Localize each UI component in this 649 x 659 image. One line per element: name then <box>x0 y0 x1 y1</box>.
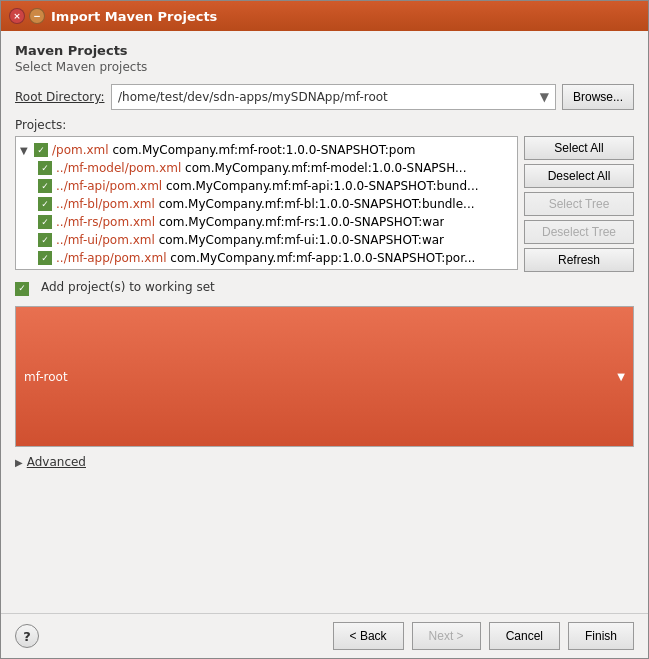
close-button[interactable]: × <box>9 8 25 24</box>
advanced-arrow-icon: ▶ <box>15 457 23 468</box>
select-all-button[interactable]: Select All <box>524 136 634 160</box>
list-item[interactable]: ▼ /pom.xml com.MyCompany.mf:mf-root:1.0.… <box>16 141 517 159</box>
next-button[interactable]: Next > <box>412 622 481 650</box>
list-item[interactable]: ../mf-app/pom.xml com.MyCompany.mf:mf-ap… <box>16 249 517 267</box>
item-checkbox[interactable] <box>38 197 52 211</box>
browse-button[interactable]: Browse... <box>562 84 634 110</box>
root-dir-row: Root Directory: /home/test/dev/sdn-apps/… <box>15 84 634 110</box>
deselect-all-button[interactable]: Deselect All <box>524 164 634 188</box>
item-checkbox[interactable] <box>38 233 52 247</box>
item-checkbox[interactable] <box>38 161 52 175</box>
dialog-title: Import Maven Projects <box>51 9 640 24</box>
item-label: ../mf-model/pom.xml com.MyCompany.mf:mf-… <box>56 161 466 175</box>
section-subtitle: Select Maven projects <box>15 60 634 74</box>
window-controls: × − <box>9 8 45 24</box>
advanced-row[interactable]: ▶ Advanced <box>15 455 634 469</box>
help-button[interactable]: ? <box>15 624 39 648</box>
content-spacer <box>15 479 634 613</box>
item-checkbox[interactable] <box>38 179 52 193</box>
working-set-checkbox[interactable] <box>15 282 29 296</box>
root-dir-label: Root Directory: <box>15 90 105 104</box>
item-label: ../mf-bl/pom.xml com.MyCompany.mf:mf-bl:… <box>56 197 475 211</box>
list-item[interactable]: ../mf-rs/pom.xml com.MyCompany.mf:mf-rs:… <box>16 213 517 231</box>
working-set-arrow-icon: ▼ <box>617 371 625 382</box>
title-bar: × − Import Maven Projects <box>1 1 648 31</box>
select-tree-button[interactable]: Select Tree <box>524 192 634 216</box>
section-title: Maven Projects <box>15 43 634 58</box>
item-label: ../mf-ui/pom.xml com.MyCompany.mf:mf-ui:… <box>56 233 444 247</box>
deselect-tree-button[interactable]: Deselect Tree <box>524 220 634 244</box>
working-set-value: mf-root <box>24 370 68 384</box>
item-checkbox[interactable] <box>34 143 48 157</box>
advanced-label: Advanced <box>27 455 86 469</box>
item-label: ../mf-api/pom.xml com.MyCompany.mf:mf-ap… <box>56 179 479 193</box>
item-checkbox[interactable] <box>38 251 52 265</box>
back-button[interactable]: < Back <box>333 622 404 650</box>
list-item[interactable]: ../mf-model/pom.xml com.MyCompany.mf:mf-… <box>16 159 517 177</box>
working-set-row: Add project(s) to working set <box>15 280 634 298</box>
projects-main: ▼ /pom.xml com.MyCompany.mf:mf-root:1.0.… <box>15 136 634 270</box>
list-item[interactable]: ../mf-api/pom.xml com.MyCompany.mf:mf-ap… <box>16 177 517 195</box>
finish-button[interactable]: Finish <box>568 622 634 650</box>
refresh-button[interactable]: Refresh <box>524 248 634 272</box>
import-maven-dialog: × − Import Maven Projects Maven Projects… <box>0 0 649 659</box>
projects-label: Projects: <box>15 118 634 132</box>
item-label: ../mf-app/pom.xml com.MyCompany.mf:mf-ap… <box>56 251 475 265</box>
content-area: Maven Projects Select Maven projects Roo… <box>1 31 648 613</box>
item-checkbox[interactable] <box>38 215 52 229</box>
list-item[interactable]: ../mf-bl/pom.xml com.MyCompany.mf:mf-bl:… <box>16 195 517 213</box>
item-label: /pom.xml com.MyCompany.mf:mf-root:1.0.0-… <box>52 143 415 157</box>
cancel-button[interactable]: Cancel <box>489 622 560 650</box>
minimize-button[interactable]: − <box>29 8 45 24</box>
tree-toggle-icon: ▼ <box>20 145 32 156</box>
root-dir-arrow-icon: ▼ <box>540 90 549 104</box>
root-dir-combo[interactable]: /home/test/dev/sdn-apps/mySDNApp/mf-root… <box>111 84 556 110</box>
root-dir-value: /home/test/dev/sdn-apps/mySDNApp/mf-root <box>118 90 536 104</box>
list-item[interactable]: ../mf-ui/pom.xml com.MyCompany.mf:mf-ui:… <box>16 231 517 249</box>
projects-tree[interactable]: ▼ /pom.xml com.MyCompany.mf:mf-root:1.0.… <box>15 136 518 270</box>
working-set-combo[interactable]: mf-root ▼ <box>15 306 634 448</box>
item-label: ../mf-rs/pom.xml com.MyCompany.mf:mf-rs:… <box>56 215 444 229</box>
working-set-label: Add project(s) to working set <box>41 280 215 294</box>
dialog-footer: ? < Back Next > Cancel Finish <box>1 613 648 658</box>
side-buttons: Select All Deselect All Select Tree Dese… <box>524 136 634 270</box>
